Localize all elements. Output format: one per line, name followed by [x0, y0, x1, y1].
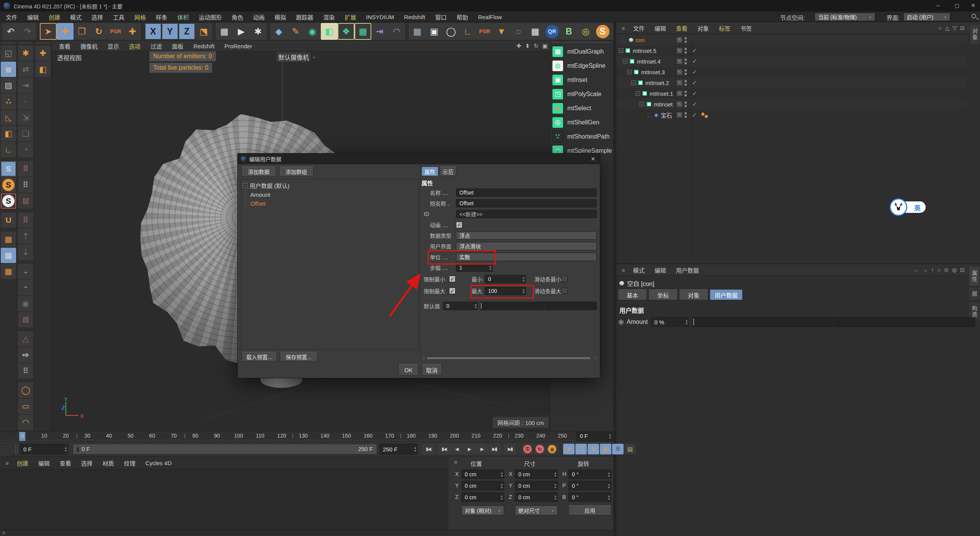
- hide-unselected-button[interactable]: ◓: [18, 280, 33, 295]
- redo-button[interactable]: ↷: [19, 23, 36, 40]
- scrollbar-thumb[interactable]: [427, 357, 591, 359]
- camera-menu[interactable]: ▣: [426, 23, 443, 40]
- palette-drag-handle[interactable]: [36, 42, 50, 44]
- spinner-arrows-icon[interactable]: ▴▾: [686, 318, 688, 326]
- menu-样条[interactable]: 样条: [151, 13, 172, 21]
- load-preset-button[interactable]: 载入预置...: [242, 352, 277, 361]
- interface-dropdown[interactable]: 启动 (用户) ∨: [903, 13, 950, 21]
- limit-max-checkbox[interactable]: ✓: [449, 288, 456, 294]
- material-menu-创建[interactable]: 创建: [12, 459, 33, 467]
- render-settings-button[interactable]: ✱: [250, 23, 266, 40]
- spin-down[interactable]: ▾: [554, 497, 556, 500]
- view-label[interactable]: 透视视图: [57, 53, 82, 62]
- visibility-dots[interactable]: [684, 48, 687, 54]
- material-menu-编辑[interactable]: 编辑: [33, 459, 55, 467]
- tree-row-mtinset-4[interactable]: −mtInset.4✎✓: [616, 56, 967, 67]
- palette-drag-handle[interactable]: [551, 41, 612, 44]
- interface-type-dropdown[interactable]: 浮点滑块: [456, 242, 597, 250]
- limit-min-checkbox[interactable]: ✓: [449, 276, 456, 282]
- spin-down[interactable]: ▾: [608, 497, 610, 500]
- lock-x-axis[interactable]: X: [145, 23, 162, 40]
- unhide-all-button[interactable]: ◉: [18, 296, 33, 311]
- menu-渲染[interactable]: 渲染: [318, 13, 340, 21]
- make-editable-button[interactable]: ◱: [1, 46, 16, 61]
- visibility-dots[interactable]: [684, 37, 687, 43]
- spinner-arrows-icon[interactable]: ▴▾: [608, 494, 610, 501]
- current-frame-field[interactable]: 0 F ▴▾: [20, 444, 68, 454]
- menu-选择[interactable]: 选择: [87, 13, 108, 21]
- attribute-menu-用户数据[interactable]: 用户数据: [671, 266, 704, 274]
- array-menu[interactable]: ▦: [527, 23, 544, 40]
- min-input[interactable]: 0 ▴▾: [485, 275, 526, 283]
- goto-start-button[interactable]: ▮◀: [422, 444, 434, 454]
- attribute-tab-对象[interactable]: 对象: [679, 289, 708, 300]
- attribute-tab-坐标[interactable]: 坐标: [648, 289, 678, 300]
- menu-模拟[interactable]: 模拟: [270, 13, 291, 21]
- enabled-check-icon[interactable]: ✓: [692, 90, 697, 97]
- menu-模式[interactable]: 模式: [65, 13, 87, 21]
- render-picture-viewer-button[interactable]: ▶: [233, 23, 250, 40]
- camera-label[interactable]: 默认摄像机: [277, 52, 310, 62]
- spin-down[interactable]: ▾: [501, 474, 503, 477]
- tree-item-amount[interactable]: Amount: [250, 190, 419, 199]
- data-type-dropdown[interactable]: 浮点: [456, 231, 597, 240]
- attribute-menu-模式[interactable]: 模式: [628, 266, 650, 274]
- coord-input-尺寸-z[interactable]: 0 cm▴▾: [515, 492, 558, 502]
- menu-realflow[interactable]: RealFlow: [473, 14, 507, 20]
- visibility-dot-icon[interactable]: [684, 101, 687, 104]
- frame-range-slider[interactable]: ▮ 0 F 250 F: [73, 444, 377, 454]
- lock-workplane-button[interactable]: ▦: [1, 248, 16, 263]
- spline-menu[interactable]: ◠: [388, 23, 405, 40]
- spinner-arrows-icon[interactable]: ▴▾: [608, 482, 610, 489]
- menu-文件[interactable]: 文件: [1, 13, 22, 21]
- spin-down[interactable]: ▾: [501, 486, 503, 489]
- add-cube-menu[interactable]: ◆: [270, 23, 287, 40]
- visibility-dot-icon[interactable]: [684, 112, 687, 114]
- spin-down[interactable]: ▾: [608, 486, 610, 489]
- key-position-button[interactable]: ✚: [563, 444, 575, 454]
- menu-跟踪器[interactable]: 跟踪器: [291, 13, 318, 21]
- tag-dot-icon[interactable]: [705, 115, 708, 118]
- spinner-arrows-icon[interactable]: ▴▾: [501, 482, 503, 489]
- object-manager-tab[interactable]: 对象: [970, 25, 979, 44]
- tree-row-con[interactable]: con✎: [616, 34, 967, 45]
- menu-扩展[interactable]: 扩展: [340, 13, 361, 21]
- axis-move-tool[interactable]: ✚: [124, 23, 141, 40]
- viewport-menu-过滤[interactable]: 过滤: [145, 42, 167, 50]
- viewport-menu-显示[interactable]: 显示: [103, 42, 124, 50]
- menu-体积[interactable]: 体积: [172, 13, 194, 21]
- manager-corner-icon[interactable]: ⊡: [960, 25, 965, 31]
- tree-row-mtinset-1[interactable]: −mtInset.1✎✓: [616, 88, 967, 99]
- plugin-item-mtpolyscale[interactable]: ◳mtPolyScale: [550, 87, 614, 101]
- default-value-slider[interactable]: [480, 302, 597, 310]
- manager-corner-icon[interactable]: ◎: [952, 267, 957, 273]
- attribute-tab-基本[interactable]: 基本: [618, 289, 647, 300]
- render-view-button[interactable]: ▦: [216, 23, 233, 40]
- edge-mode-button[interactable]: ◺: [1, 110, 16, 125]
- live-selection-button[interactable]: ◯: [18, 382, 33, 398]
- material-menu-材质[interactable]: 材质: [98, 459, 119, 467]
- key-pla-button[interactable]: ⠿: [612, 444, 624, 454]
- visibility-dots[interactable]: [684, 112, 687, 118]
- model-mode-button[interactable]: ◼: [1, 62, 16, 77]
- axis-mode-button[interactable]: ∟: [1, 142, 16, 157]
- convert-selection-button[interactable]: △: [18, 331, 33, 346]
- menu-创建[interactable]: 创建: [44, 13, 65, 21]
- visibility-dot-icon[interactable]: [684, 105, 687, 107]
- light-menu[interactable]: ◯: [443, 23, 459, 40]
- ime-logo-icon[interactable]: [890, 198, 907, 216]
- edit-toggle-icon[interactable]: ✎: [677, 69, 682, 75]
- object-menu-书签[interactable]: 书签: [735, 24, 757, 32]
- align-workplane-button[interactable]: ▦: [1, 264, 16, 279]
- deformer-menu[interactable]: ⇥: [371, 23, 388, 40]
- manager-corner-icon[interactable]: ⊡: [960, 267, 965, 273]
- spinner-arrows-icon[interactable]: ▴▾: [489, 265, 491, 271]
- dialog-close-icon[interactable]: ✕: [591, 156, 595, 162]
- visibility-dots[interactable]: [684, 69, 687, 75]
- visibility-dot-icon[interactable]: [684, 69, 687, 72]
- hamburger-icon[interactable]: ≡: [2, 460, 12, 466]
- minimize-button[interactable]: ─: [929, 0, 946, 11]
- lock-y-axis[interactable]: Y: [162, 23, 178, 40]
- shrink-selection-button[interactable]: ⇣: [18, 245, 33, 260]
- spinner-arrows-icon[interactable]: ▴▾: [554, 471, 556, 478]
